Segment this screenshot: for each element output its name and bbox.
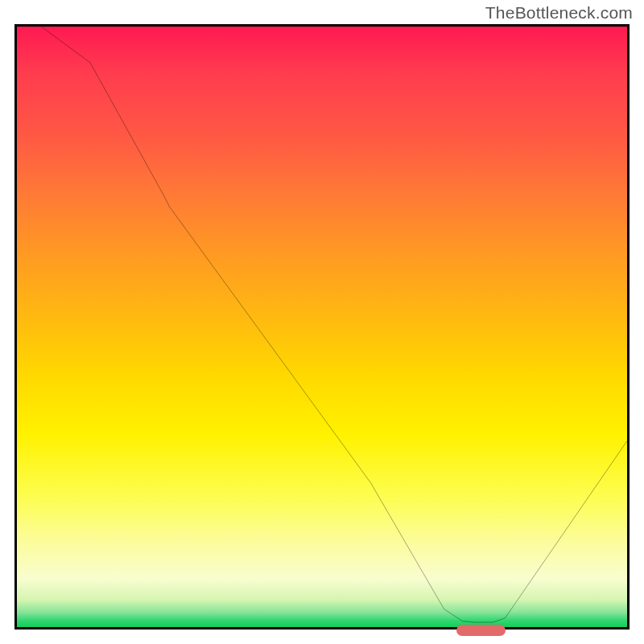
- optimal-range-marker: [456, 625, 506, 636]
- bottleneck-curve-path: [17, 27, 627, 622]
- chart-plot-area: [14, 24, 630, 630]
- bottleneck-curve-svg: [17, 27, 627, 627]
- watermark-text: TheBottleneck.com: [485, 3, 633, 23]
